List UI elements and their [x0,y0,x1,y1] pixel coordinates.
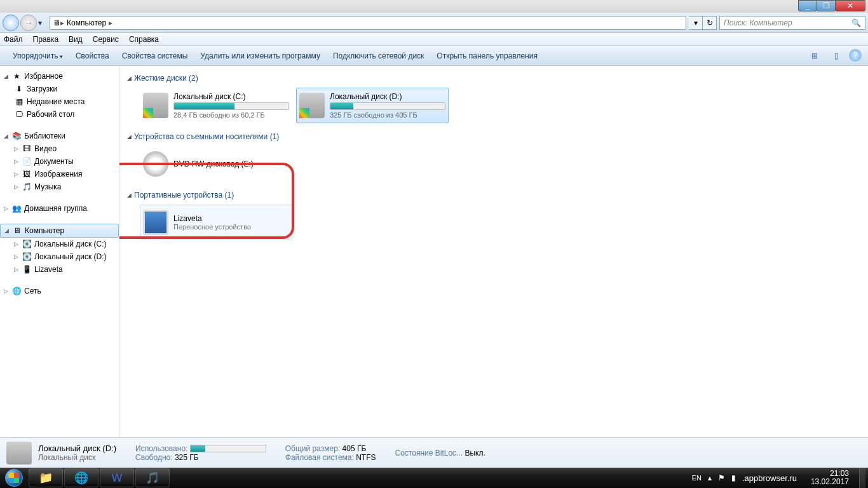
arrow-right-icon: → [24,18,33,28]
preview-icon: ▯ [834,51,839,60]
system-properties-button[interactable]: Свойства системы [116,49,194,63]
sidebar-network[interactable]: ▷🌐Сеть [0,285,119,297]
menu-service[interactable]: Сервис [93,35,119,44]
control-panel-button[interactable]: Открыть панель управления [430,49,544,63]
close-button[interactable]: ✕ [835,0,865,11]
breadcrumb-computer[interactable]: Компьютер [64,18,109,27]
sidebar-downloads[interactable]: ⬇Загрузки [0,83,119,95]
maximize-button[interactable]: ❐ [817,0,836,11]
free-space-label: 28,4 ГБ свободно из 60,2 ГБ [173,111,289,119]
help-button[interactable]: ? [849,49,862,62]
details-subtitle: Локальный диск [38,453,116,462]
total-value: 405 ГБ [342,444,367,453]
device-subtitle: Переносное устройство [173,223,289,231]
minimize-button[interactable]: _ [798,0,817,11]
start-button[interactable] [0,468,28,488]
sidebar-images[interactable]: ▷🖼Изображения [0,168,119,180]
device-lizaveta[interactable]: Lizaveta Переносное устройство [140,205,292,240]
drive-dvd[interactable]: DVD RW дисковод (E:) [140,146,292,182]
music-icon: 🎵 [22,182,32,192]
bitlocker-label: Состояние BitLoc... [395,449,463,458]
map-network-drive-button[interactable]: Подключить сетевой диск [327,49,430,63]
star-icon: ★ [11,71,22,81]
language-indicator[interactable]: EN [692,474,702,482]
breadcrumb-sep-icon: ▸ [109,18,112,27]
menu-bar: Файл Правка Вид Сервис Справка [0,33,868,46]
sidebar-recent[interactable]: ▦Недавние места [0,95,119,108]
section-hard-drives[interactable]: ◢Жесткие диски (2) [127,71,860,85]
homegroup-icon: 👥 [11,203,22,214]
tray-battery-icon[interactable]: ▮ [731,473,736,482]
preview-pane-button[interactable]: ▯ [827,49,845,63]
tray-flag-icon[interactable]: ⚑ [718,473,725,482]
menu-help[interactable]: Справка [129,35,159,44]
sidebar-documents[interactable]: ▷📄Документы [0,155,119,168]
details-title: Локальный диск (D:) [38,444,116,453]
navigation-pane: ◢★Избранное ⬇Загрузки ▦Недавние места 🖵Р… [0,66,119,437]
sidebar-desktop[interactable]: 🖵Рабочий стол [0,108,119,121]
sidebar-drive-c[interactable]: ▷💽Локальный диск (C:) [0,238,119,250]
menu-edit[interactable]: Правка [33,35,59,44]
usage-bar [173,102,289,110]
address-history-button[interactable]: ▾ [689,16,703,30]
taskbar-chrome[interactable]: 🌐 [64,468,98,487]
nav-history-dropdown[interactable]: ▾ [38,18,47,27]
collapse-icon: ◢ [127,133,132,140]
portable-icon: 📱 [22,264,32,274]
date-label: 13.02.2017 [811,478,849,486]
sidebar-drive-d[interactable]: ▷💽Локальный диск (D:) [0,250,119,263]
drive-label: Локальный диск (C:) [173,92,289,101]
free-space-label: 325 ГБ свободно из 405 ГБ [330,111,445,119]
computer-icon: 🖥 [12,226,22,236]
refresh-button[interactable]: ↻ [703,16,717,30]
sidebar-lizaveta[interactable]: ▷📱Lizaveta [0,263,119,276]
tiles-icon: ⊞ [811,51,818,60]
drive-d[interactable]: Локальный диск (D:) 325 ГБ свободно из 4… [296,88,449,123]
address-bar[interactable]: 🖥 ▸ Компьютер ▸ [50,16,686,30]
windows-orb-icon [5,469,23,487]
used-bar [190,445,266,452]
menu-file[interactable]: Файл [4,35,23,44]
search-input[interactable]: Поиск: Компьютер 🔍 [719,16,865,30]
drive-icon: 💽 [22,252,32,262]
back-button[interactable]: ← [3,15,19,31]
section-portable[interactable]: ◢Портативные устройства (1) [127,188,860,202]
taskbar-explorer[interactable]: 📁 [29,468,63,487]
menu-view[interactable]: Вид [69,35,83,44]
desktop-icon: 🖵 [14,109,24,119]
taskbar-word[interactable]: W [100,468,134,487]
drive-label: Локальный диск (D:) [330,92,445,101]
view-options-button[interactable]: ⊞ [806,49,824,63]
search-placeholder: Поиск: Компьютер [724,18,792,27]
titlebar: _ ❐ ✕ [0,0,868,13]
total-label: Общий размер: [285,444,340,453]
free-value: 325 ГБ [175,453,199,462]
clock[interactable]: 21:03 13.02.2017 [807,470,853,486]
details-pane: Локальный диск (D:) Локальный диск Испол… [0,437,868,468]
sidebar-computer[interactable]: ◢🖥Компьютер [0,224,119,238]
taskbar-itunes[interactable]: 🎵 [135,468,170,487]
drive-label: DVD RW дисковод (E:) [173,159,289,168]
sidebar-favorites[interactable]: ◢★Избранное [0,70,119,83]
search-icon: 🔍 [851,18,861,27]
sidebar-music[interactable]: ▷🎵Музыка [0,180,119,193]
used-label: Использовано: [135,444,187,453]
sidebar-video[interactable]: ▷🎞Видео [0,142,119,155]
hdd-icon [6,442,32,464]
arrow-left-icon: ← [6,18,15,28]
command-bar: Упорядочить Свойства Свойства системы Уд… [0,46,868,66]
drive-c[interactable]: Локальный диск (C:) 28,4 ГБ свободно из … [140,88,292,123]
organize-button[interactable]: Упорядочить [6,49,69,63]
usage-bar [330,102,445,110]
uninstall-button[interactable]: Удалить или изменить программу [194,49,327,63]
computer-icon: 🖥 [53,18,60,27]
show-desktop-button[interactable] [859,468,865,488]
sidebar-libraries[interactable]: ◢📚Библиотеки [0,130,119,142]
help-icon: ? [853,51,858,60]
sidebar-homegroup[interactable]: ▷👥Домашняя группа [0,202,119,215]
section-removable[interactable]: ◢Устройства со съемными носителями (1) [127,130,860,144]
properties-button[interactable]: Свойства [69,49,116,63]
forward-button[interactable]: → [20,15,37,31]
dvd-icon [143,151,168,177]
tray-overflow-icon[interactable]: ▴ [708,473,712,482]
